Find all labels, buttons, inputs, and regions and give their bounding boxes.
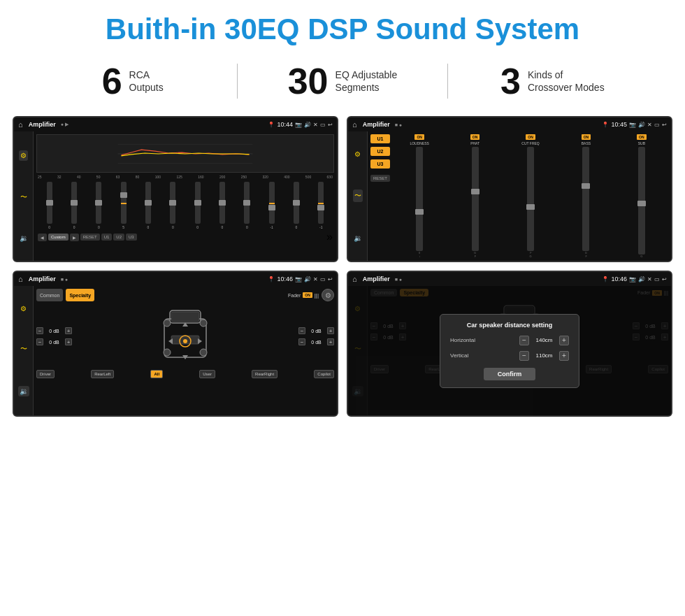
dot-icons-3: ■ ●	[61, 277, 68, 282]
fader-track-2[interactable]	[71, 182, 77, 224]
driver-button[interactable]: Driver	[36, 370, 55, 378]
vertical-plus[interactable]: +	[559, 351, 569, 361]
volume-icon-1: 🔊	[304, 122, 311, 128]
dot-icons-1: ● ▶	[61, 122, 68, 127]
play-button[interactable]: ▶	[70, 234, 79, 241]
home-icon-1[interactable]: ⌂	[18, 120, 23, 129]
x-icon-1: ✕	[313, 122, 318, 128]
fader-top-row: Common Specialty Fader ON ||| ⚙	[36, 289, 334, 301]
u2-button[interactable]: U2	[113, 234, 124, 241]
stat-eq: 30 EQ AdjustableSegments	[252, 63, 433, 99]
fader-track-10[interactable]	[269, 182, 275, 224]
label-bass: BASS	[582, 141, 591, 145]
eq-icon-2[interactable]: ⚙	[354, 150, 361, 158]
status-icons-2: 📍 10:45 📷 🔊 ✕ ▭ ↩	[602, 121, 667, 128]
minus-tl[interactable]: −	[36, 327, 43, 334]
u3-button[interactable]: U3	[126, 234, 137, 241]
common-button[interactable]: Common	[36, 289, 63, 301]
minus-bl[interactable]: −	[36, 338, 43, 345]
speaker-icon-3[interactable]: 🔉	[18, 386, 29, 396]
fader-track-1[interactable]	[47, 182, 52, 224]
plus-tl[interactable]: +	[65, 327, 72, 334]
fader-track-7[interactable]	[195, 182, 201, 224]
minus-tr[interactable]: −	[298, 327, 305, 334]
value-tl: 0 dB	[45, 329, 63, 334]
preset-u3[interactable]: U3	[370, 159, 390, 169]
fader-track-4[interactable]	[121, 182, 127, 224]
fader-track-3[interactable]	[96, 182, 101, 224]
window-icon-2: ▭	[654, 122, 660, 128]
rear-right-button[interactable]: RearRight	[252, 370, 277, 378]
home-icon-3[interactable]: ⌂	[18, 275, 23, 283]
fader-2: 0	[62, 182, 85, 229]
status-bar-2: ⌂ Amplifier ■ ● 📍 10:45 📷 🔊 ✕ ▭ ↩	[348, 117, 671, 131]
svg-rect-6	[171, 312, 199, 322]
speaker-distance-dialog: Car speaker distance setting Horizontal …	[440, 314, 579, 388]
value-tr: 0 dB	[308, 329, 325, 334]
plus-bl[interactable]: +	[65, 338, 72, 345]
speaker-icon[interactable]: 🔉	[20, 234, 28, 242]
speaker-layout-area: − 0 dB + − 0 dB +	[36, 305, 334, 368]
wave-icon[interactable]: 〜	[20, 192, 27, 202]
fader-track-12[interactable]	[318, 182, 324, 224]
scale-cutfreq: FG	[529, 251, 531, 258]
on-badge-loudness: ON	[414, 134, 424, 140]
home-icon-4[interactable]: ⌂	[352, 275, 357, 283]
fader-11: 0	[284, 182, 308, 229]
horizontal-minus[interactable]: −	[519, 336, 529, 345]
back-icon-4[interactable]: ↩	[662, 276, 667, 282]
eq-curve-svg	[37, 135, 333, 172]
eq-left-sidebar: ⚙ 〜 🔉	[14, 131, 34, 261]
copilot-button[interactable]: Copilot	[314, 370, 334, 378]
fader-track-5[interactable]	[145, 182, 151, 224]
vertical-minus[interactable]: −	[519, 351, 529, 361]
slider-cutfreq[interactable]	[527, 147, 534, 251]
prev-button[interactable]: ◀	[38, 234, 47, 241]
minus-br[interactable]: −	[298, 338, 305, 345]
back-icon-2[interactable]: ↩	[662, 122, 667, 128]
back-icon-1[interactable]: ↩	[328, 122, 333, 128]
horizontal-plus[interactable]: +	[559, 336, 569, 345]
rear-left-button[interactable]: RearLeft	[91, 370, 114, 378]
fader-on-badge: ON	[303, 292, 312, 298]
svg-point-14	[164, 320, 171, 327]
wave-icon-2[interactable]: 〜	[353, 189, 363, 202]
user-button[interactable]: User	[199, 370, 215, 378]
home-icon-2[interactable]: ⌂	[352, 120, 357, 129]
plus-br[interactable]: +	[327, 338, 334, 345]
confirm-button[interactable]: Confirm	[484, 368, 536, 380]
all-button[interactable]: All	[150, 370, 163, 378]
x-icon-4: ✕	[647, 276, 652, 282]
fader-track-9[interactable]	[244, 182, 250, 224]
fader-track-6[interactable]	[170, 182, 175, 224]
on-badge-phat: ON	[470, 134, 480, 140]
fader-track-8[interactable]	[219, 182, 225, 224]
eq-icon[interactable]: ⚙	[19, 150, 28, 161]
reset-btn-amp[interactable]: RESET	[370, 175, 390, 182]
slider-loudness[interactable]	[416, 147, 423, 251]
slider-phat[interactable]	[472, 147, 479, 251]
custom-button[interactable]: Custom	[48, 234, 68, 241]
stat-number-rca: 6	[102, 63, 122, 99]
time-1: 10:44	[277, 121, 293, 128]
preset-u1[interactable]: U1	[370, 134, 390, 143]
reset-button[interactable]: RESET	[80, 234, 100, 241]
slider-bass[interactable]	[582, 147, 589, 251]
eq-icon-3[interactable]: ⚙	[20, 305, 27, 313]
specialty-button[interactable]: Specialty	[66, 289, 94, 301]
gear-button[interactable]: ⚙	[322, 289, 334, 301]
fader-9: 0	[236, 182, 259, 229]
speaker-icon-2[interactable]: 🔉	[354, 234, 362, 242]
ctrl-bottom-left: − 0 dB +	[36, 338, 72, 345]
plus-tr[interactable]: +	[327, 327, 334, 334]
u1-button[interactable]: U1	[101, 234, 113, 241]
preset-u2[interactable]: U2	[370, 147, 390, 156]
fader-track-11[interactable]	[294, 182, 299, 224]
back-icon-3[interactable]: ↩	[328, 276, 333, 282]
location-icon-2: 📍	[602, 122, 609, 128]
fader-text: Fader	[288, 293, 301, 298]
fader-7: 0	[186, 182, 209, 229]
wave-icon-3[interactable]: 〜	[20, 344, 27, 354]
fader-main-area: Common Specialty Fader ON ||| ⚙ −	[34, 286, 337, 415]
slider-sub[interactable]	[638, 147, 645, 255]
